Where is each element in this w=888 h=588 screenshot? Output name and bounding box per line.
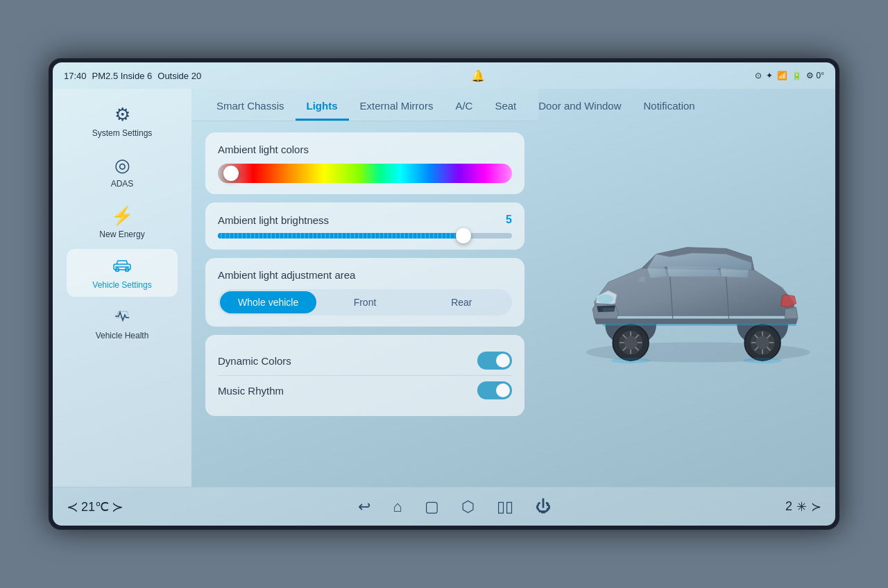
back-button[interactable]: ↩	[358, 498, 370, 516]
tab-ac[interactable]: A/C	[444, 94, 484, 121]
tabs-bar: Smart Chassis Lights External Mirrors A/…	[191, 89, 538, 121]
fan-icon-right: ✳	[796, 499, 807, 514]
home-button[interactable]: ⌂	[393, 498, 402, 516]
car-svg	[552, 103, 821, 473]
health-icon	[113, 306, 131, 328]
svg-point-6	[597, 295, 613, 304]
settings-panel: Ambient light colors Ambient light brigh…	[191, 121, 538, 487]
dynamic-colors-label: Dynamic Colors	[218, 355, 291, 367]
pm25-display: PM2.5 Inside 6	[92, 71, 153, 81]
sidebar-item-system-settings[interactable]: ⚙ System Settings	[67, 97, 178, 145]
brightness-title: Ambient light brightness	[218, 214, 329, 226]
vehicle-icon	[112, 256, 132, 277]
sidebar-label-new-energy: New Energy	[99, 230, 144, 239]
screen: 17:40 PM2.5 Inside 6 Outside 20 🔔 ⊙ ✦ 📶 …	[53, 62, 835, 526]
sidebar: ⚙ System Settings ◎ ADAS ⚡ New Energy	[53, 89, 191, 487]
status-left: 17:40 PM2.5 Inside 6 Outside 20	[64, 71, 201, 81]
bottom-bar: ≺ 21℃ ≻ ↩ ⌂ ▢ ⬡ ▯▯ ⏻ 2 ✳ ≻	[53, 487, 835, 526]
area-btn-whole-vehicle[interactable]: Whole vehicle	[220, 291, 316, 313]
adjustment-area-card: Ambient light adjustment area Whole vehi…	[205, 258, 524, 327]
music-rhythm-toggle[interactable]	[477, 381, 512, 399]
content-area: Smart Chassis Lights External Mirrors A/…	[191, 89, 835, 487]
brightness-header: Ambient light brightness 5	[218, 214, 512, 226]
svg-point-33	[743, 358, 783, 363]
airflow-icon: ≻	[811, 499, 821, 514]
svg-point-32	[611, 358, 651, 363]
split-button[interactable]: ▯▯	[497, 498, 513, 516]
tab-external-mirrors[interactable]: External Mirrors	[349, 94, 445, 121]
tab-seat[interactable]: Seat	[484, 94, 527, 121]
ambient-colors-title: Ambient light colors	[218, 144, 512, 155]
color-gradient-slider[interactable]	[218, 164, 512, 183]
area-button-group: Whole vehicle Front Rear	[218, 289, 512, 315]
brightness-slider[interactable]	[218, 233, 512, 239]
main-content: ⚙ System Settings ◎ ADAS ⚡ New Energy	[53, 89, 835, 487]
tab-smart-chassis[interactable]: Smart Chassis	[205, 94, 296, 121]
sidebar-item-vehicle-health[interactable]: Vehicle Health	[67, 300, 178, 347]
dynamic-colors-knob	[496, 354, 510, 368]
svg-rect-34	[603, 308, 614, 312]
sidebar-label-vehicle-health: Vehicle Health	[96, 331, 149, 340]
temperature-display: ≺ 21℃ ≻	[67, 499, 123, 515]
outside-temp: Outside 20	[157, 71, 201, 81]
nav-buttons: ↩ ⌂ ▢ ⬡ ▯▯ ⏻	[358, 498, 550, 516]
color-slider-thumb[interactable]	[223, 166, 239, 181]
car-image	[552, 103, 821, 473]
sidebar-item-vehicle-settings[interactable]: Vehicle Settings	[67, 249, 178, 297]
adjustment-area-title: Ambient light adjustment area	[218, 269, 512, 281]
temperature-value: 21℃	[81, 499, 109, 514]
energy-icon: ⚡	[111, 205, 133, 227]
music-rhythm-knob	[496, 383, 510, 397]
brightness-value: 5	[506, 214, 512, 226]
toggles-card: Dynamic Colors Music Rhythm	[205, 335, 524, 416]
fan-right-icon: ≻	[112, 499, 123, 515]
adas-icon: ◎	[114, 155, 130, 176]
sidebar-label-adas: ADAS	[111, 179, 134, 189]
music-rhythm-label: Music Rhythm	[218, 385, 284, 397]
sidebar-item-adas[interactable]: ◎ ADAS	[67, 148, 178, 196]
status-right: ⊙ ✦ 📶 🔋 ⚙ 0°	[755, 71, 824, 80]
dynamic-colors-toggle[interactable]	[477, 352, 512, 370]
brightness-slider-thumb[interactable]	[456, 228, 471, 243]
share-button[interactable]: ⬡	[461, 498, 475, 516]
fan-count: 2	[785, 499, 792, 514]
sidebar-label-vehicle-settings: Vehicle Settings	[92, 280, 151, 290]
tab-lights[interactable]: Lights	[296, 94, 349, 121]
right-controls: 2 ✳ ≻	[785, 499, 821, 514]
sidebar-label-system-settings: System Settings	[92, 128, 153, 138]
area-btn-rear[interactable]: Rear	[413, 291, 510, 313]
battery-icon: 🔋	[792, 71, 802, 80]
music-rhythm-row: Music Rhythm	[218, 375, 512, 405]
ambient-colors-card: Ambient light colors	[205, 132, 524, 194]
dynamic-colors-row: Dynamic Colors	[218, 346, 512, 375]
bluetooth-icon: ✦	[766, 71, 773, 80]
screen-bezel: 17:40 PM2.5 Inside 6 Outside 20 🔔 ⊙ ✦ 📶 …	[49, 58, 839, 530]
time-display: 17:40	[64, 71, 87, 81]
notification-bell-icon: 🔔	[471, 69, 485, 83]
settings-icon: ⚙	[114, 104, 130, 126]
power-button[interactable]: ⏻	[536, 498, 551, 516]
settings-icon-small: ⚙ 0°	[806, 71, 824, 80]
left-panel: Smart Chassis Lights External Mirrors A/…	[191, 89, 538, 487]
location-icon: ⊙	[755, 71, 762, 80]
ambient-brightness-card: Ambient light brightness 5	[205, 202, 524, 250]
right-panel	[538, 89, 835, 487]
signal-icon: 📶	[777, 71, 787, 80]
brightness-fill-bar	[218, 233, 459, 239]
sidebar-item-new-energy[interactable]: ⚡ New Energy	[67, 198, 178, 246]
area-btn-front[interactable]: Front	[316, 291, 413, 313]
recents-button[interactable]: ▢	[425, 498, 439, 516]
fan-icon: ≺	[67, 499, 78, 515]
status-bar: 17:40 PM2.5 Inside 6 Outside 20 🔔 ⊙ ✦ 📶 …	[53, 62, 835, 89]
